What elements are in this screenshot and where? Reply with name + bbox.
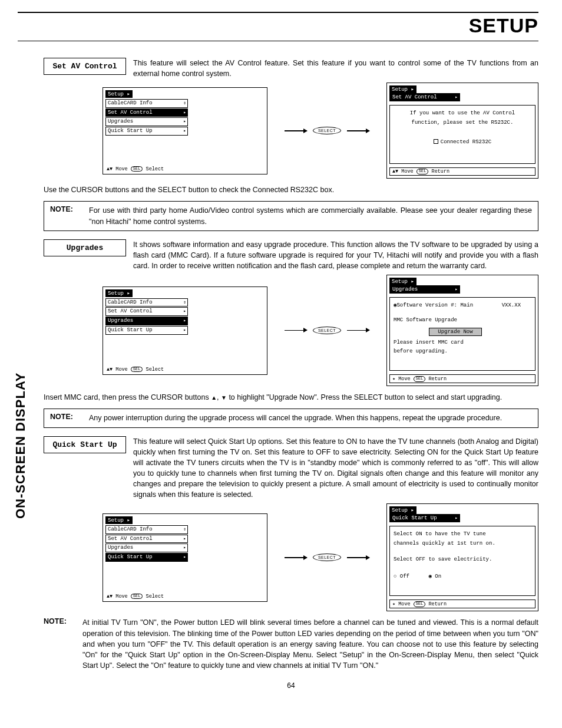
note-quickstart: NOTE: At initial TV Turn "ON", the Power…: [44, 617, 538, 671]
menu-setup-avcontrol: Setup ▸ CableCARD Info⇕ Set AV Control▸ …: [103, 87, 267, 174]
menu-item: Quick Start Up▸: [105, 127, 188, 136]
note-box-upgrades: NOTE: Any power interruption during the …: [44, 409, 538, 427]
menu-item-selected: Quick Start Up▸: [105, 553, 188, 562]
checkbox-row: Connected RS232C: [394, 138, 531, 147]
detail-subtab: Upgrades▸: [389, 285, 460, 294]
detail-text: function, please set the RS232C.: [394, 118, 531, 127]
menu-item: Upgrades▸: [105, 117, 188, 126]
radio-on[interactable]: On: [428, 574, 441, 579]
menu-item-selected: Set AV Control▸: [105, 108, 188, 117]
menu-footer: ▲▼ Move SEL Select: [107, 166, 164, 172]
section-text-upgrades: It shows software information and easy u…: [133, 239, 538, 271]
section-label-quickstart: Quick Start Up: [44, 436, 126, 453]
sw-version-row: ◉Software Version #: Main VXX.XX: [394, 301, 531, 310]
menu-tab-setup: Setup ▸: [105, 289, 133, 297]
section-text-avcontrol: This feature will select the AV Control …: [133, 58, 538, 79]
select-button: SELECT: [313, 554, 341, 561]
note-label: NOTE:: [50, 413, 89, 421]
qs-text: Select OFF to save electricity.: [394, 555, 531, 564]
menu-setup-quickstart: Setup ▸ CableCARD Info⇕ Set AV Control▸ …: [103, 513, 267, 602]
menu-item: CableCARD Info⇕: [105, 99, 188, 108]
detail-text: If you want to use the AV Control: [394, 109, 531, 118]
select-button: SELECT: [313, 327, 341, 334]
triangle-up-icon: [211, 393, 217, 401]
detail-avcontrol: Setup ▸ Set AV Control▸ If you want to u…: [386, 83, 538, 179]
note-text: For use with third party home Audio/Vide…: [89, 205, 532, 226]
menu-footer: ▲▼ Move SEL Select: [107, 367, 164, 373]
page-number: 64: [44, 681, 538, 690]
section-label-avcontrol: Set AV Control: [44, 58, 126, 75]
menu-item: Upgrades▸: [105, 543, 188, 552]
sidebar-label: ON-SCREEN DISPLAY: [13, 373, 28, 519]
menu-setup-upgrades: Setup ▸ CableCARD Info⇕ Set AV Control▸ …: [103, 286, 267, 375]
menu-item: Quick Start Up▸: [105, 326, 188, 335]
select-flow: SELECT: [285, 554, 369, 561]
upgrade-msg: before upgrading.: [394, 347, 531, 356]
menu-item: Set AV Control▸: [105, 535, 188, 543]
note-label: NOTE:: [50, 205, 89, 213]
section-text-quickstart: This feature will select Quick Start Up …: [133, 436, 538, 500]
select-flow: SELECT: [285, 327, 369, 334]
detail-footer: ✦ Move SEL Return: [389, 374, 535, 383]
qs-text: Select ON to have the TV tune: [394, 530, 531, 539]
upgrade-now-button[interactable]: Upgrade Now: [429, 328, 482, 336]
detail-footer: ▲▼ Move SEL Return: [389, 167, 535, 176]
instruction-text: Insert MMC card, then press the CURSOR b…: [44, 392, 538, 403]
note-box-avcontrol: NOTE: For use with third party home Audi…: [44, 201, 538, 230]
radio-off[interactable]: Off: [394, 574, 409, 579]
page-title: SETUP: [18, 14, 538, 37]
menu-tab-setup: Setup ▸: [389, 85, 416, 93]
menu-tab-setup: Setup ▸: [389, 506, 416, 514]
upgrade-msg: Please insert MMC card: [394, 338, 531, 347]
menu-tab-setup: Setup ▸: [105, 90, 133, 98]
detail-subtab: Set AV Control▸: [389, 93, 460, 101]
arrow-right-icon: [347, 330, 369, 331]
arrow-right-icon: [285, 330, 307, 331]
qs-text: channels quickly at 1st turn on.: [394, 539, 531, 548]
detail-quickstart: Setup ▸ Quick Start Up▸ Select ON to hav…: [386, 503, 538, 611]
triangle-down-icon: [221, 393, 227, 401]
checkbox-icon: [434, 139, 438, 144]
mmc-label: MMC Software Upgrade: [394, 316, 531, 325]
select-flow: SELECT: [285, 127, 369, 134]
menu-item: Set AV Control▸: [105, 307, 188, 316]
menu-item: CableCARD Info⇕: [105, 525, 188, 534]
menu-item: CableCARD Info⇕: [105, 298, 188, 307]
menu-footer: ▲▼ Move SEL Select: [107, 594, 164, 599]
note-label: NOTE:: [44, 617, 82, 625]
menu-tab-setup: Setup ▸: [389, 278, 416, 285]
select-button: SELECT: [313, 127, 341, 134]
section-label-upgrades: Upgrades: [44, 239, 126, 256]
menu-item-selected: Upgrades▸: [105, 317, 188, 325]
note-text: Any power interruption during the upgrad…: [89, 413, 532, 423]
note-text: At initial TV Turn "ON", the Power butto…: [82, 617, 538, 671]
qs-radio-row: Off On: [394, 572, 531, 581]
instruction-text: Use the CURSOR buttons and the SELECT bu…: [44, 185, 538, 195]
detail-upgrades: Setup ▸ Upgrades▸ ◉Software Version #: M…: [386, 275, 538, 386]
arrow-right-icon: [285, 130, 307, 131]
detail-subtab: Quick Start Up▸: [389, 514, 460, 522]
arrow-right-icon: [347, 557, 369, 558]
arrow-right-icon: [347, 130, 369, 131]
arrow-right-icon: [285, 557, 307, 558]
menu-tab-setup: Setup ▸: [105, 516, 133, 524]
detail-footer: ✦ Move SEL Return: [389, 599, 535, 608]
